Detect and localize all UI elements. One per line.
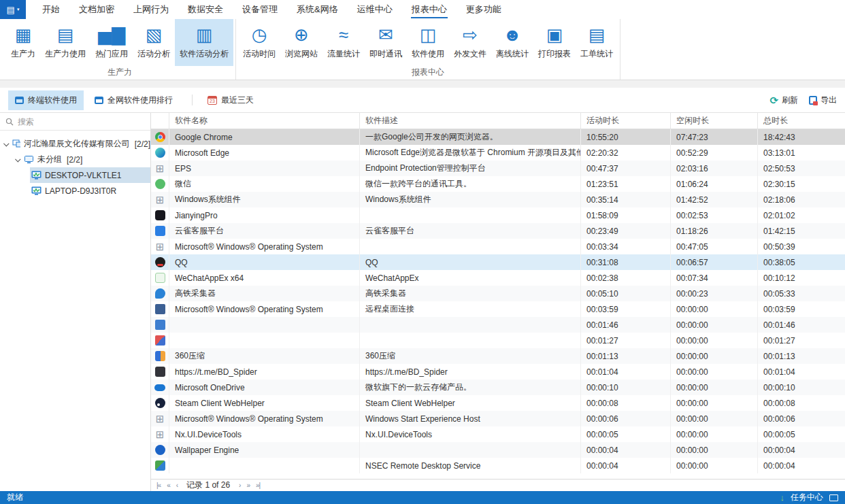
menu-item-doc-encryption[interactable]: 文档加密 xyxy=(69,0,124,19)
last-page-button[interactable]: »| xyxy=(256,482,260,489)
ribbon-button-hot-apps[interactable]: ▅▇ 热门应用 xyxy=(90,19,133,66)
table-row[interactable]: Microsoft® Windows® Operating System 远程桌… xyxy=(151,301,845,317)
tree-item-desktop-vlktle1[interactable]: DESKTOP-VLKTLE1 xyxy=(30,167,150,183)
menu-item-data-security[interactable]: 数据安全 xyxy=(178,0,233,19)
search-row xyxy=(0,113,150,131)
menu-item-ops-center[interactable]: 运维中心 xyxy=(348,0,402,19)
table-row[interactable]: Steam Client WebHelper Steam Client WebH… xyxy=(151,395,845,411)
search-input[interactable] xyxy=(18,117,145,127)
menu-item-report-center[interactable]: 报表中心 xyxy=(402,0,457,19)
column-total-duration[interactable]: 总时长 xyxy=(757,113,845,129)
menu-item-start[interactable]: 开始 xyxy=(33,0,69,19)
download-icon[interactable]: ↓ xyxy=(780,493,785,502)
table-row[interactable]: QQ QQ 00:31:08 00:06:57 00:38:05 xyxy=(151,254,845,270)
column-icon-spacer xyxy=(151,113,169,129)
table-row[interactable]: 360压缩 360压缩 00:01:13 00:00:00 00:01:13 xyxy=(151,348,845,364)
menu-item-system-network[interactable]: 系统&网络 xyxy=(287,0,348,19)
export-button[interactable]: 导出 xyxy=(809,95,837,106)
active-duration-cell: 00:00:05 xyxy=(580,426,670,442)
table-row[interactable]: 微信 微信一款跨平台的通讯工具。 01:23:51 01:06:24 02:30… xyxy=(151,176,845,192)
software-name-cell: WeChatAppEx x64 xyxy=(169,270,359,286)
column-idle-duration[interactable]: 空闲时长 xyxy=(670,113,757,129)
ribbon-button-browse-websites[interactable]: ⊕ 浏览网站 xyxy=(280,19,322,66)
ribbon-button-software-usage[interactable]: ◫ 软件使用 xyxy=(407,19,449,66)
active-duration-cell: 00:47:37 xyxy=(580,161,670,176)
ribbon-button-activity-time[interactable]: ◷ 活动时间 xyxy=(238,19,280,66)
table-row[interactable]: WeChatAppEx x64 WeChatAppEx 00:02:38 00:… xyxy=(151,270,845,286)
windows-app-icon xyxy=(155,163,165,173)
idle-duration-cell: 00:00:00 xyxy=(670,426,757,442)
remote-monitor-icon[interactable] xyxy=(829,494,838,501)
active-duration-cell: 00:31:08 xyxy=(580,254,670,270)
tree-item-laptop-d9j3it0r[interactable]: LAPTOP-D9J3IT0R xyxy=(30,183,150,199)
table-row[interactable]: EPS Endpoint Protection管理控制平台 00:47:37 0… xyxy=(151,161,845,176)
menu-item-device-management[interactable]: 设备管理 xyxy=(233,0,287,19)
active-duration-cell: 00:00:10 xyxy=(580,380,670,395)
ribbon-button-instant-messaging[interactable]: ✉ 即时通讯 xyxy=(365,19,407,66)
steam-app-icon xyxy=(155,398,165,408)
table-row[interactable]: 高铁采集器 高铁采集器 00:05:10 00:00:23 00:05:33 xyxy=(151,286,845,301)
total-duration-cell: 18:42:43 xyxy=(757,129,845,145)
fast-next-page-button[interactable]: » xyxy=(246,482,250,489)
table-row[interactable]: https://t.me/BD_Spider https://t.me/BD_S… xyxy=(151,364,845,380)
software-desc-cell: 远程桌面连接 xyxy=(359,301,580,317)
tree-item-ungrouped[interactable]: 未分组 [2/2] xyxy=(0,152,150,167)
table-header: 软件名称 软件描述 活动时长 空闲时长 总时长 xyxy=(151,113,845,129)
tree-item-company[interactable]: 河北瀚星辰文化传媒有限公司 [2/2] xyxy=(0,136,150,152)
tab-terminal-software-usage[interactable]: 终端软件使用 xyxy=(8,90,84,110)
software-desc-cell: Steam Client WebHelper xyxy=(359,395,580,411)
menu-item-web-behavior[interactable]: 上网行为 xyxy=(124,0,178,19)
status-right: ↓ 任务中心 xyxy=(780,492,839,503)
tab-network-software-ranking[interactable]: 全网软件使用排行 xyxy=(88,90,180,110)
table-row[interactable]: Microsoft® Windows® Operating System 00:… xyxy=(151,239,845,254)
column-software-desc[interactable]: 软件描述 xyxy=(359,113,580,129)
active-duration-cell: 00:00:06 xyxy=(580,411,670,426)
ribbon-button-productivity-usage[interactable]: ▤ 生产力使用 xyxy=(40,19,90,66)
column-software-name[interactable]: 软件名称 xyxy=(169,113,359,129)
rdp-app-icon xyxy=(155,304,165,314)
prev-page-button[interactable]: ‹ xyxy=(176,482,178,489)
fast-prev-page-button[interactable]: « xyxy=(167,482,170,489)
table-row[interactable]: Microsoft OneDrive 微软旗下的一款云存储产品。 00:00:1… xyxy=(151,380,845,395)
ribbon-button-label: 生产力 xyxy=(11,48,35,60)
table-row[interactable]: Microsoft Edge Microsoft Edge浏览器是微软基于 Ch… xyxy=(151,145,845,161)
table-row[interactable]: Windows系统组件 Windows系统组件 00:35:14 01:42:5… xyxy=(151,192,845,207)
table-row[interactable]: Wallpaper Engine 00:00:04 00:00:00 00:00… xyxy=(151,442,845,458)
active-duration-cell: 00:01:04 xyxy=(580,364,670,380)
first-page-button[interactable]: |« xyxy=(156,482,161,489)
ribbon-button-print-reports[interactable]: ▣ 打印报表 xyxy=(533,19,576,66)
software-name-cell: Microsoft® Windows® Operating System xyxy=(169,411,359,426)
idle-duration-cell: 01:42:52 xyxy=(670,192,757,207)
windows-app-icon xyxy=(155,414,165,424)
app-menu-button[interactable]: ▤ ▾ xyxy=(0,0,26,19)
table-row[interactable]: JianyingPro 01:58:09 00:02:53 02:01:02 xyxy=(151,207,845,223)
table-row[interactable]: NSEC Remote Desktop Service 00:00:04 00:… xyxy=(151,458,845,473)
column-active-duration[interactable]: 活动时长 xyxy=(580,113,670,129)
menu-item-more-features[interactable]: 更多功能 xyxy=(457,0,511,19)
table-row[interactable]: Google Chrome 一款Google公司开发的网页浏览器。 10:55:… xyxy=(151,129,845,145)
tab-last-three-days[interactable]: 23 最近三天 xyxy=(201,90,261,110)
ribbon-button-software-activity-analysis[interactable]: ▥ 软件活动分析 xyxy=(175,19,233,66)
task-center-button[interactable]: 任务中心 xyxy=(791,492,823,503)
ribbon-button-productivity[interactable]: ▦ 生产力 xyxy=(6,19,40,66)
next-page-button[interactable]: › xyxy=(239,482,240,489)
ribbon-button-label: 热门应用 xyxy=(95,48,128,60)
active-duration-cell: 02:20:32 xyxy=(580,145,670,161)
calendar-day: 23 xyxy=(210,98,215,104)
table-row[interactable]: 00:01:27 00:00:00 00:01:27 xyxy=(151,333,845,348)
table-row[interactable]: Nx.UI.DeviceTools Nx.UI.DeviceTools 00:0… xyxy=(151,426,845,442)
ribbon-button-offline-stats[interactable]: ☻ 离线统计 xyxy=(491,19,533,66)
total-duration-cell: 02:30:15 xyxy=(757,176,845,192)
refresh-button[interactable]: ⟳ 刷新 xyxy=(769,95,798,106)
ribbon-button-outgoing-files[interactable]: ⇨ 外发文件 xyxy=(449,19,491,66)
menu-item-label: 数据安全 xyxy=(188,3,223,16)
ribbon-button-activity-analysis[interactable]: ▧ 活动分析 xyxy=(133,19,175,66)
table-row[interactable]: Microsoft® Windows® Operating System Win… xyxy=(151,411,845,426)
ribbon-button-traffic-stats[interactable]: ≈ 流量统计 xyxy=(322,19,365,66)
clipboard-user-icon: ▤ xyxy=(589,22,606,48)
software-desc-cell: https://t.me/BD_Spider xyxy=(359,364,580,380)
table-row[interactable]: 云雀客服平台 云雀客服平台 00:23:49 01:18:26 01:42:15 xyxy=(151,223,845,239)
table-row[interactable]: 00:01:46 00:00:00 00:01:46 xyxy=(151,317,845,333)
menu-item-label: 开始 xyxy=(42,3,60,16)
ribbon-button-workorder-stats[interactable]: ▤ 工单统计 xyxy=(576,19,618,66)
